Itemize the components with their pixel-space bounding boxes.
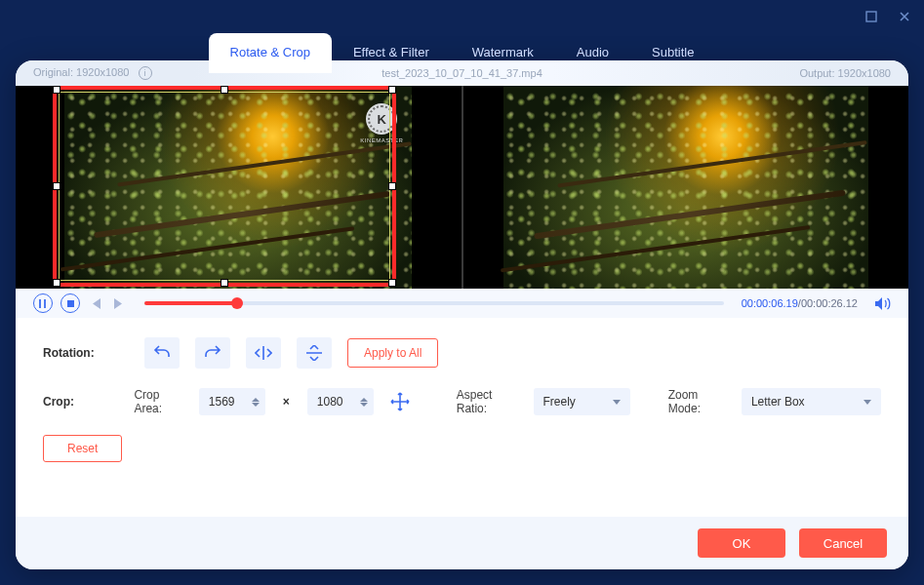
crop-handle-se[interactable]	[389, 280, 395, 286]
zoom-mode-select[interactable]: Letter Box	[742, 388, 881, 415]
zoom-mode-value: Letter Box	[751, 395, 805, 409]
next-frame-button[interactable]	[111, 295, 127, 311]
aspect-ratio-select[interactable]: Freely	[534, 388, 630, 415]
chevron-down-icon	[864, 400, 871, 405]
window-close-button[interactable]	[897, 9, 912, 24]
crop-rectangle[interactable]	[53, 86, 396, 287]
crop-height-down[interactable]	[360, 403, 368, 407]
svg-rect-0	[866, 12, 876, 21]
tab-bar: Rotate & Crop Effect & Filter Watermark …	[0, 33, 924, 73]
controls-area: Rotation: Apply to All Crop: Crop Area:	[16, 318, 908, 476]
apply-to-all-button[interactable]: Apply to All	[347, 338, 438, 368]
preview-output-pane	[462, 86, 909, 289]
seek-thumb[interactable]	[231, 297, 243, 309]
preview-output-image	[503, 86, 868, 289]
crop-handle-w[interactable]	[54, 183, 60, 189]
crop-height-up[interactable]	[360, 398, 368, 402]
flip-horizontal-button[interactable]	[246, 337, 281, 369]
rotation-label: Rotation:	[43, 346, 129, 360]
tab-effect-filter[interactable]: Effect & Filter	[332, 33, 451, 73]
aspect-ratio-value: Freely	[543, 395, 576, 409]
crop-width-input[interactable]	[209, 395, 250, 409]
stop-button[interactable]	[60, 293, 80, 313]
crop-row: Crop: Crop Area: × Aspect Ratio: Freely	[43, 388, 881, 415]
main-panel: Original: 1920x1080 i test_2023_10_07_10…	[16, 60, 908, 569]
preview-area: K KINEMASTER	[16, 86, 908, 289]
tab-audio[interactable]: Audio	[555, 33, 630, 73]
cancel-button[interactable]: Cancel	[799, 528, 887, 558]
pause-button[interactable]	[33, 293, 53, 313]
crop-position-button[interactable]	[389, 389, 412, 414]
crop-area-label: Crop Area:	[134, 388, 182, 415]
tab-watermark[interactable]: Watermark	[451, 33, 555, 73]
crop-width-up[interactable]	[252, 398, 260, 402]
svg-rect-1	[67, 300, 74, 307]
crop-label: Crop:	[43, 395, 118, 409]
ok-button[interactable]: OK	[698, 528, 785, 558]
chevron-down-icon	[613, 400, 621, 405]
player-bar: 00:00:06.19/00:00:26.12	[16, 289, 908, 318]
crop-times-icon: ×	[281, 395, 292, 409]
rotate-right-button[interactable]	[195, 337, 230, 369]
prev-frame-button[interactable]	[88, 295, 103, 311]
crop-handle-sw[interactable]	[54, 280, 60, 286]
crop-handle-s[interactable]	[221, 280, 227, 286]
time-display: 00:00:06.19/00:00:26.12	[742, 297, 858, 309]
rotate-left-button[interactable]	[144, 337, 180, 369]
crop-width-down[interactable]	[252, 403, 260, 407]
zoom-mode-label: Zoom Mode:	[668, 388, 726, 415]
rotation-row: Rotation: Apply to All	[43, 337, 881, 369]
crop-handle-n[interactable]	[221, 87, 227, 93]
flip-vertical-button[interactable]	[297, 337, 332, 369]
seek-bar[interactable]	[144, 301, 724, 305]
titlebar	[0, 0, 924, 33]
reset-button[interactable]: Reset	[43, 435, 122, 462]
tab-subtitle[interactable]: Subtitle	[630, 33, 715, 73]
aspect-ratio-label: Aspect Ratio:	[457, 388, 518, 415]
tab-rotate-crop[interactable]: Rotate & Crop	[209, 33, 332, 73]
crop-handle-ne[interactable]	[389, 87, 395, 93]
crop-handle-nw[interactable]	[54, 87, 60, 93]
crop-handle-e[interactable]	[389, 183, 395, 189]
footer: OK Cancel	[16, 517, 908, 569]
crop-height-field[interactable]	[307, 388, 374, 415]
window-maximize-button[interactable]	[864, 9, 879, 24]
volume-icon[interactable]	[873, 294, 891, 312]
preview-original-pane[interactable]: K KINEMASTER	[16, 86, 462, 289]
crop-width-field[interactable]	[199, 388, 265, 415]
crop-height-input[interactable]	[317, 395, 358, 409]
